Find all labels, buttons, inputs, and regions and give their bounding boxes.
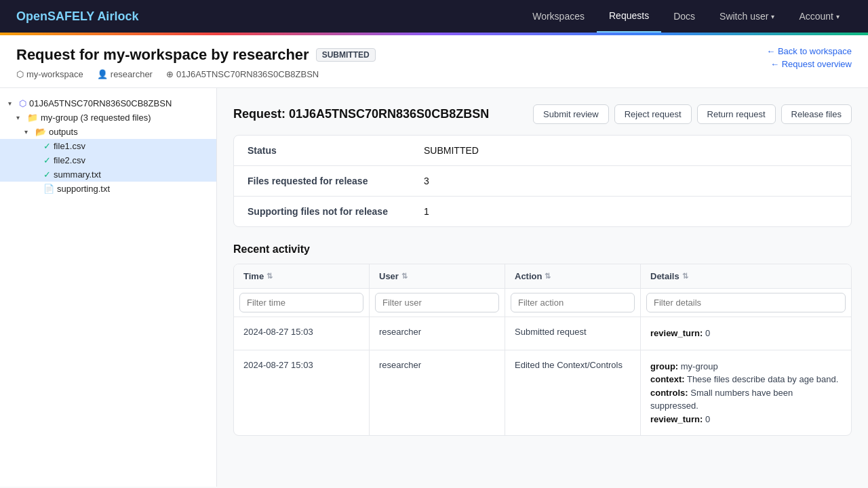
back-to-workspace-link[interactable]: ← Back to workspace [766, 46, 852, 56]
tree-supporting[interactable]: 📄 supporting.txt [0, 182, 216, 196]
meta-workspace: ⬡ my-workspace [16, 69, 83, 79]
expand-arrow-icon: ▾ [16, 114, 24, 121]
nav-requests[interactable]: Requests [597, 0, 661, 33]
supporting-file-icon: 📄 [43, 184, 54, 194]
info-row-supporting: Supporting files not for release 1 [234, 197, 851, 226]
info-label-files: Files requested for release [248, 176, 424, 186]
detail-key-group: group: [650, 361, 678, 371]
brand-opensafely: OpenSAFELY [16, 9, 94, 23]
request-header: Request: 01J6A5TNSC70RN836S0CB8ZBSN Subm… [233, 104, 852, 124]
tree-summary-label: summary.txt [54, 169, 101, 180]
hash-icon: ⊕ [166, 69, 174, 79]
chevron-down-icon: ▾ [836, 13, 840, 20]
sort-icon: ⇅ [545, 272, 551, 281]
reject-request-button[interactable]: Reject request [614, 104, 692, 124]
group-icon: 📁 [27, 113, 38, 123]
filter-row [234, 289, 851, 317]
th-details[interactable]: Details ⇅ [641, 264, 851, 288]
submit-review-button[interactable]: Submit review [533, 104, 609, 124]
action-buttons: Submit review Reject request Return requ… [533, 104, 852, 124]
root-icon: ⬡ [19, 98, 26, 108]
meta-request-id: ⊕ 01J6A5TNSC70RN836S0CB8ZBSN [166, 69, 319, 79]
table-row: 2024-08-27 15:03 researcher Edited the C… [234, 350, 851, 436]
td-user-1: researcher [370, 317, 505, 350]
file-tree-sidebar: ▾ ⬡ 01J6A5TNSC70RN836S0CB8ZBSN ▾ 📁 my-gr… [0, 88, 217, 487]
chevron-down-icon: ▾ [771, 13, 774, 20]
main-content: Request: 01J6A5TNSC70RN836S0CB8ZBSN Subm… [217, 88, 868, 487]
sort-icon: ⇅ [267, 272, 273, 281]
recent-activity-section: Recent activity Time ⇅ User ⇅ Action ⇅ [233, 243, 852, 436]
th-time[interactable]: Time ⇅ [234, 264, 370, 288]
filter-time-input[interactable] [239, 293, 363, 312]
info-row-status: Status SUBMITTED [234, 136, 851, 166]
tree-file2[interactable]: ✓ file2.csv [0, 153, 216, 167]
nav-workspaces[interactable]: Workspaces [520, 0, 597, 33]
td-time-2: 2024-08-27 15:03 [234, 350, 370, 436]
page-header: Request for my-workspace by researcher S… [0, 35, 868, 88]
info-value-files: 3 [424, 176, 429, 186]
main-layout: ▾ ⬡ 01J6A5TNSC70RN836S0CB8ZBSN ▾ 📁 my-gr… [0, 88, 868, 487]
expand-arrow-icon: ▾ [24, 128, 33, 136]
brand-logo[interactable]: OpenSAFELY Airlock [16, 9, 138, 24]
tree-supporting-label: supporting.txt [57, 184, 110, 194]
status-badge: SUBMITTED [316, 48, 376, 62]
header-links: ← Back to workspace ← Request overview [766, 46, 852, 69]
user-icon: 👤 [97, 69, 108, 79]
workspace-icon: ⬡ [16, 69, 24, 79]
detail-val-context: These files describe data by age band. [687, 374, 838, 384]
detail-review-turn: review_turn: 0 [650, 413, 842, 426]
filter-cell-details [641, 289, 851, 317]
detail-key-controls: controls: [650, 388, 688, 398]
return-request-button[interactable]: Return request [697, 104, 776, 124]
request-overview-link[interactable]: ← Request overview [770, 59, 852, 69]
csv-file-icon: ✓ [43, 155, 51, 165]
tree-file1-label: file1.csv [54, 141, 85, 151]
filter-details-input[interactable] [646, 293, 846, 312]
th-user[interactable]: User ⇅ [370, 264, 505, 288]
info-value-supporting: 1 [424, 206, 429, 217]
tree-root-label: 01J6A5TNSC70RN836S0CB8ZBSN [29, 98, 172, 108]
detail-context: context: These files describe data by ag… [650, 373, 842, 386]
filter-cell-user [370, 289, 505, 317]
tree-outputs-folder[interactable]: ▾ 📂 outputs [0, 125, 216, 139]
info-label-status: Status [248, 145, 424, 156]
tree-summary[interactable]: ✓ summary.txt [0, 167, 216, 182]
filter-cell-action [505, 289, 641, 317]
nav-docs[interactable]: Docs [661, 0, 707, 33]
detail-key-context: context: [650, 374, 685, 384]
page-title: Request for my-workspace by researcher [16, 46, 309, 64]
sort-icon: ⇅ [401, 272, 408, 281]
td-details-2: group: my-group context: These files des… [641, 350, 851, 436]
filter-user-input[interactable] [375, 293, 499, 312]
meta-user: 👤 researcher [97, 69, 153, 79]
section-title-activity: Recent activity [233, 243, 852, 256]
tree-outputs-label: outputs [49, 127, 78, 137]
detail-val-review-turn: 0 [705, 414, 710, 424]
tree-group[interactable]: ▾ 📁 my-group (3 requested files) [0, 110, 216, 125]
td-action-1: Submitted request [505, 317, 641, 350]
brand-airlock: Airlock [97, 9, 138, 23]
nav-switch-user[interactable]: Switch user ▾ [707, 0, 787, 33]
table-header: Time ⇅ User ⇅ Action ⇅ Details ⇅ [234, 264, 851, 289]
tree-root[interactable]: ▾ ⬡ 01J6A5TNSC70RN836S0CB8ZBSN [0, 96, 216, 110]
navbar: OpenSAFELY Airlock Workspaces Requests D… [0, 0, 868, 33]
expand-arrow-icon: ▾ [8, 100, 16, 107]
detail-key-review-turn: review_turn: [650, 414, 703, 424]
nav-account[interactable]: Account ▾ [787, 0, 852, 33]
detail-value: 0 [705, 328, 710, 338]
td-time-1: 2024-08-27 15:03 [234, 317, 370, 350]
info-label-supporting: Supporting files not for release [248, 206, 424, 217]
td-action-2: Edited the Context/Controls [505, 350, 641, 436]
release-files-button[interactable]: Release files [781, 104, 852, 124]
th-action[interactable]: Action ⇅ [505, 264, 641, 288]
folder-icon: 📂 [35, 127, 46, 137]
detail-val-group: my-group [681, 361, 718, 371]
info-table: Status SUBMITTED Files requested for rel… [233, 135, 852, 227]
filter-cell-time [234, 289, 370, 317]
sort-icon: ⇅ [682, 272, 688, 281]
filter-action-input[interactable] [511, 293, 635, 312]
table-row: 2024-08-27 15:03 researcher Submitted re… [234, 317, 851, 350]
td-details-1: review_turn: 0 [641, 317, 851, 350]
tree-file2-label: file2.csv [54, 155, 85, 165]
tree-file1[interactable]: ✓ file1.csv [0, 139, 216, 153]
